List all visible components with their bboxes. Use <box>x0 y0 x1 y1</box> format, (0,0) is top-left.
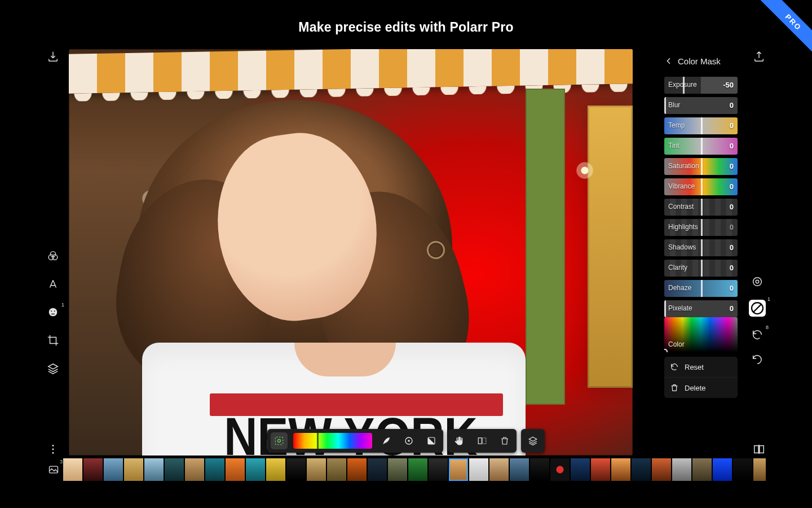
slider-value: 0 <box>730 182 734 191</box>
slider-label: Shadows <box>668 243 696 251</box>
slider-highlights[interactable]: Highlights0 <box>664 219 738 236</box>
slider-contrast[interactable]: Contrast0 <box>664 199 738 216</box>
thumbnail[interactable] <box>104 458 123 481</box>
compare-icon[interactable] <box>752 443 766 456</box>
svg-rect-20 <box>483 438 486 444</box>
thumbnail[interactable] <box>713 458 732 481</box>
more-icon[interactable] <box>46 443 60 456</box>
slider-value: 0 <box>730 162 734 170</box>
thumbnail[interactable] <box>226 458 245 481</box>
panel-title: Color Mask <box>678 56 721 66</box>
history-icon[interactable] <box>751 328 764 341</box>
face-icon[interactable] <box>46 305 60 319</box>
slider-label: Temp <box>668 121 685 129</box>
color-picker-ring[interactable] <box>427 241 445 259</box>
slider-value: 0 <box>730 121 734 130</box>
delete-button[interactable]: Delete <box>664 377 738 398</box>
thumbnail[interactable] <box>591 458 610 481</box>
thumbnail[interactable] <box>205 458 224 481</box>
slider-tint[interactable]: Tint0 <box>664 138 738 155</box>
radius-icon[interactable] <box>400 432 417 449</box>
thumbnail[interactable] <box>144 458 164 481</box>
pan-icon[interactable] <box>451 432 468 449</box>
svg-point-6 <box>52 445 54 446</box>
svg-point-10 <box>756 280 759 283</box>
svg-point-5 <box>54 310 55 312</box>
hue-strip[interactable] <box>293 433 372 449</box>
mask-tool-icon[interactable] <box>749 300 766 317</box>
thumbnail[interactable] <box>408 458 427 481</box>
thumbnail[interactable] <box>63 458 82 481</box>
thumbnail[interactable] <box>510 458 529 481</box>
thumbnail[interactable] <box>429 458 448 481</box>
reset-button[interactable]: Reset <box>664 357 738 377</box>
import-icon[interactable] <box>46 50 60 63</box>
back-icon[interactable] <box>664 56 673 65</box>
overlays-icon[interactable] <box>46 249 60 262</box>
thumbnail[interactable] <box>652 458 671 481</box>
undo-icon[interactable] <box>751 353 764 366</box>
panel-header[interactable]: Color Mask <box>664 50 738 72</box>
slider-dehaze[interactable]: Dehaze0 <box>664 280 738 297</box>
thumbnail[interactable] <box>632 458 651 481</box>
thumbnail[interactable] <box>611 458 630 481</box>
invert-icon[interactable] <box>423 432 440 449</box>
svg-point-9 <box>753 278 762 286</box>
svg-point-7 <box>52 449 54 450</box>
crop-icon[interactable] <box>46 334 60 347</box>
export-icon[interactable] <box>752 50 766 63</box>
thumbnail[interactable] <box>185 458 204 481</box>
thumbnail[interactable] <box>368 458 387 481</box>
thumbnail[interactable] <box>530 458 549 481</box>
gallery-icon[interactable]: 31 <box>46 462 61 477</box>
thumbnail[interactable] <box>550 458 570 481</box>
bottom-toolbar <box>267 429 545 453</box>
thumbnail[interactable] <box>388 458 407 481</box>
thumbnail[interactable] <box>266 458 285 481</box>
thumbnail[interactable] <box>307 458 326 481</box>
thumbnail[interactable] <box>327 458 346 481</box>
slider-clarity[interactable]: Clarity0 <box>664 260 738 277</box>
thumbnail[interactable] <box>83 458 103 481</box>
thumbnail[interactable] <box>449 458 468 481</box>
left-toolrail <box>46 50 67 456</box>
layers-icon[interactable] <box>46 362 60 375</box>
color-label: Color <box>668 340 685 348</box>
thumbnail[interactable] <box>489 458 509 481</box>
slider-value: 0 <box>730 203 734 211</box>
thumbnail[interactable] <box>672 458 691 481</box>
thumbnail[interactable] <box>733 458 752 481</box>
thumbnail[interactable] <box>124 458 143 481</box>
tagline: Make precise edits with Polarr Pro <box>298 20 513 35</box>
slider-label: Highlights <box>668 223 698 231</box>
slider-pixelate[interactable]: Pixelate0 <box>664 300 738 317</box>
feather-icon[interactable] <box>378 432 395 449</box>
thumbnail[interactable] <box>286 458 306 481</box>
thumbnail[interactable] <box>469 458 488 481</box>
target-icon[interactable] <box>751 275 764 288</box>
slider-value: 0 <box>730 142 734 150</box>
color-picker[interactable]: Color <box>664 317 738 352</box>
slider-vibrance[interactable]: Vibrance0 <box>664 178 738 195</box>
thumbnail[interactable] <box>165 458 184 481</box>
thumbnail[interactable] <box>571 458 590 481</box>
svg-point-17 <box>408 440 409 441</box>
slider-label: Tint <box>668 142 679 150</box>
trash-icon[interactable] <box>496 432 513 449</box>
slider-temp[interactable]: Temp0 <box>664 117 738 134</box>
stack-icon[interactable] <box>524 432 541 449</box>
slider-saturation[interactable]: Saturation0 <box>664 158 738 175</box>
photo-canvas[interactable]: P O W E R O F G I NEW YORK 1998 <box>69 49 633 456</box>
thumbnail[interactable] <box>246 458 265 481</box>
slider-blur[interactable]: Blur0 <box>664 97 738 114</box>
gallery-count: 31 <box>60 459 65 465</box>
slider-exposure[interactable]: Exposure-50 <box>664 77 738 94</box>
split-icon[interactable] <box>474 432 491 449</box>
magic-select-icon[interactable] <box>271 432 288 449</box>
text-icon[interactable] <box>46 277 60 291</box>
slider-label: Vibrance <box>668 182 695 190</box>
thumbnail[interactable] <box>347 458 367 481</box>
slider-shadows[interactable]: Shadows0 <box>664 239 738 256</box>
thumbnail[interactable] <box>692 458 712 481</box>
thumbnail[interactable] <box>753 458 766 481</box>
